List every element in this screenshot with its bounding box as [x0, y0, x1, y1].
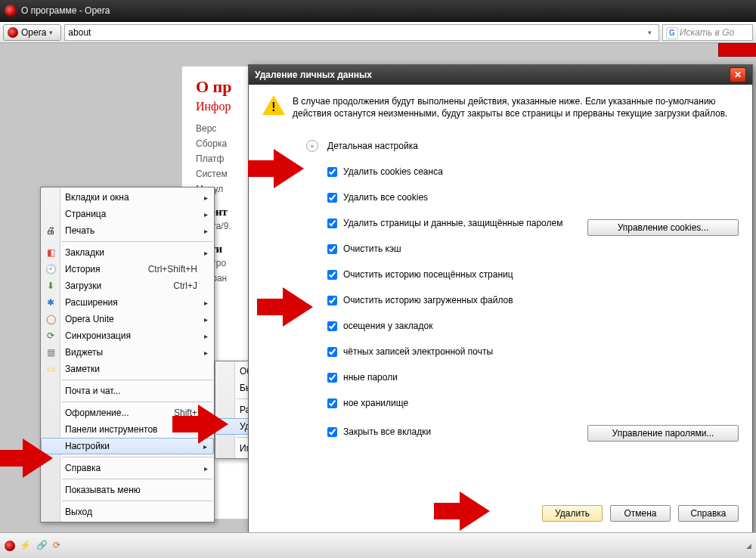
link-icon[interactable]: 🔗 [36, 540, 48, 552]
menu-item-icon: ▦ [45, 346, 57, 358]
option-checkbox[interactable] [327, 193, 337, 203]
menu-separator [62, 457, 212, 457]
menu-item-icon: ✱ [45, 296, 57, 308]
menu-separator [62, 380, 212, 380]
menu-item-label: Загрузки [65, 281, 101, 291]
address-bar[interactable]: about ▾ [64, 24, 659, 41]
google-icon [666, 27, 677, 38]
menu-item-label: Вкладки и окна [65, 192, 129, 203]
menu-item-загрузки[interactable]: ⬇ЗагрузкиCtrl+J [41, 277, 214, 294]
dialog-option-row: Очистить историю загруженных файлов [327, 287, 739, 313]
menu-item-почта-и-чат-[interactable]: Почта и чат... [41, 383, 214, 399]
menu-item-история[interactable]: 🕘ИсторияCtrl+Shift+H [41, 261, 214, 277]
menu-item-icon: 🕘 [45, 263, 57, 275]
window-title: О программе - Opera [21, 5, 110, 16]
option-checkbox[interactable] [327, 219, 337, 228]
menu-item-opera-unite[interactable]: ◯Opera Unite [41, 311, 214, 327]
menu-item-hotkey: Ctrl+J [173, 281, 197, 291]
menu-separator [62, 479, 212, 479]
option-checkbox[interactable] [327, 347, 337, 357]
option-checkbox[interactable] [327, 373, 337, 383]
opera-logo-icon [5, 541, 15, 551]
button-label: Управление cookies... [618, 222, 709, 233]
dialog-option-row: ное хранилище [327, 390, 739, 416]
menu-item-виджеты[interactable]: ▦Виджеты [41, 344, 214, 361]
option-label: Закрыть все вкладки [343, 426, 431, 437]
menu-item-вкладки-и-окна[interactable]: Вкладки и окна [41, 189, 214, 206]
option-checkbox[interactable] [327, 296, 337, 305]
dialog-title: Удаление личных данных [255, 70, 372, 80]
warning-icon [262, 95, 285, 116]
speed-dial-tab[interactable] [718, 43, 756, 57]
menu-item-справка[interactable]: Справка [41, 460, 214, 476]
address-value: about [68, 27, 91, 38]
opera-logo-icon [8, 27, 18, 38]
menu-item-label: Настройки [65, 441, 110, 451]
button-label: Отмена [624, 508, 656, 519]
address-dropdown-icon[interactable]: ▾ [643, 29, 655, 36]
dialog-titlebar: Удаление личных данных ✕ [249, 65, 752, 85]
dialog-button-row: Удалить Отмена Справка [542, 505, 739, 522]
menu-item-icon: 🖨 [45, 225, 57, 237]
menu-item-выход[interactable]: Выход [41, 504, 214, 520]
option-label: нные пароли [343, 372, 398, 383]
menu-item-настройки[interactable]: Настройки [41, 438, 214, 454]
menu-item-закладки[interactable]: ◧Закладки [41, 244, 214, 261]
option-checkbox[interactable] [327, 270, 337, 280]
dialog-warning-text: В случае продолжения будут выполнены дей… [293, 95, 739, 119]
menu-item-печать[interactable]: 🖨Печать [41, 222, 214, 239]
turbo-icon[interactable]: ⚡ [20, 540, 32, 552]
resize-grip-icon: ◢ [746, 542, 751, 550]
chevron-down-icon: ▾ [49, 29, 53, 36]
menu-item-показывать-меню[interactable]: Показывать меню [41, 482, 214, 498]
search-box[interactable]: Искать в Go [662, 24, 753, 41]
menu-item-страница[interactable]: Страница [41, 206, 214, 222]
option-label: ное хранилище [343, 398, 408, 408]
menu-item-label: Виджеты [65, 347, 103, 358]
menu-item-label: Расширения [65, 297, 118, 308]
sync-icon[interactable]: ⟳ [53, 540, 65, 552]
dialog-close-button[interactable]: ✕ [730, 67, 746, 82]
option-label: Удалить cookies сеанса [343, 166, 443, 177]
option-label: Очистить историю загруженных файлов [343, 295, 513, 305]
menu-item-расширения[interactable]: ✱Расширения [41, 294, 214, 311]
opera-logo-icon [5, 5, 17, 17]
search-placeholder: Искать в Go [680, 27, 734, 38]
opera-main-menu: Вкладки и окнаСтраница🖨Печать◧Закладки🕘И… [40, 187, 215, 522]
close-icon: ✕ [734, 70, 742, 80]
menu-item-синхронизация[interactable]: ⟳Синхронизация [41, 327, 214, 344]
menu-item-label: Выход [65, 507, 92, 517]
menu-item-label: Печать [65, 225, 94, 236]
delete-private-data-dialog: Удаление личных данных ✕ В случае продол… [248, 64, 753, 535]
collapse-icon: « [306, 140, 318, 152]
menu-item-label: Панели инструментов [65, 424, 157, 435]
dialog-option-row: нные пароли [327, 364, 739, 390]
cancel-button[interactable]: Отмена [610, 505, 671, 522]
delete-button[interactable]: Удалить [542, 505, 603, 522]
option-checkbox[interactable] [327, 398, 337, 408]
option-checkbox[interactable] [327, 167, 337, 177]
menu-item-hotkey: Ctrl+Shift+H [148, 264, 197, 274]
detail-settings-toggle[interactable]: « Детальная настройка [306, 133, 739, 159]
menu-item-label: Почта и чат... [65, 386, 121, 396]
option-checkbox[interactable] [327, 321, 337, 331]
manage-passwords-button[interactable]: Управление паролями... [587, 425, 739, 442]
option-checkbox[interactable] [327, 244, 337, 254]
menu-item-label: Показывать меню [65, 485, 141, 495]
option-label: Удалить все cookies [343, 192, 428, 203]
menu-item-label: Справка [65, 463, 101, 473]
dialog-option-row: Очистить историю посещённых страниц [327, 262, 739, 287]
menu-item-label: Синхронизация [65, 330, 131, 341]
menu-item-icon: ⬇ [45, 280, 57, 292]
dialog-option-row: Удалить все cookies [327, 184, 739, 210]
option-checkbox[interactable] [327, 427, 337, 437]
button-label: Удалить [555, 508, 590, 519]
opera-menu-button[interactable]: Opera ▾ [3, 24, 61, 41]
help-button[interactable]: Справка [678, 505, 739, 522]
menu-item-label: Страница [65, 209, 106, 219]
menu-item-заметки[interactable]: ▭Заметки [41, 361, 214, 377]
menu-item-icon: ◧ [45, 246, 57, 259]
option-label: Удалить страницы и данные, защищённые па… [343, 218, 562, 228]
menu-item-icon: ◯ [45, 313, 57, 325]
manage-cookies-button[interactable]: Управление cookies... [587, 219, 739, 236]
